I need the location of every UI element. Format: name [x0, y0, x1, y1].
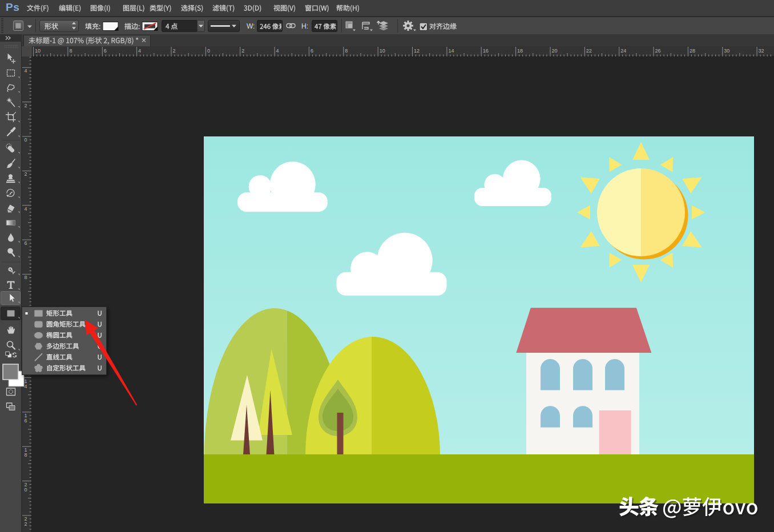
svg-text:26: 26	[655, 48, 661, 54]
svg-text:2: 2	[241, 48, 244, 54]
svg-text:30: 30	[724, 48, 729, 54]
svg-text:16: 16	[483, 48, 489, 54]
svg-text:20: 20	[552, 48, 558, 54]
svg-text:2: 2	[173, 48, 176, 54]
svg-text:6: 6	[104, 48, 107, 54]
svg-text:18: 18	[517, 48, 523, 54]
svg-text:28: 28	[690, 48, 695, 54]
svg-text:0: 0	[207, 48, 210, 54]
svg-text:32: 32	[759, 48, 764, 54]
svg-text:22: 22	[586, 48, 592, 54]
svg-text:12: 12	[414, 48, 420, 54]
svg-text:4: 4	[276, 48, 279, 54]
svg-text:24: 24	[620, 48, 626, 54]
svg-text:4: 4	[138, 48, 141, 54]
svg-text:14: 14	[448, 48, 454, 54]
svg-text:10: 10	[380, 48, 385, 54]
svg-text:10: 10	[35, 48, 41, 54]
svg-text:8: 8	[69, 48, 72, 54]
svg-text:6: 6	[311, 48, 313, 54]
svg-text:8: 8	[345, 48, 348, 54]
